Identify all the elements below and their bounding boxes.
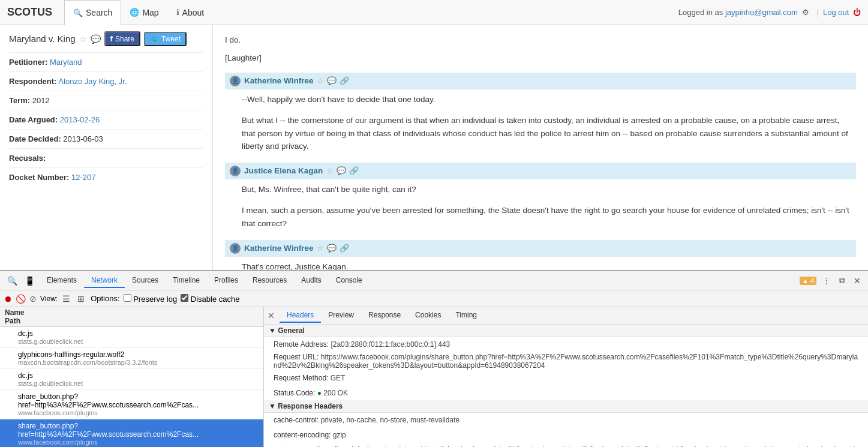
network-item-3-name: dc.js [18,371,259,380]
nav-tab-map-label: Map [142,8,158,17]
network-item-5-path: www.facebook.com/plugins [18,439,259,446]
general-section-title[interactable]: ▼ General [264,325,868,337]
detail-close-row: ✕ Headers Preview Response Cookies Timin… [264,307,868,325]
view-list-button[interactable]: ☰ [60,293,73,305]
content-encoding-row: content-encoding: gzip [264,428,868,442]
petitioner-value[interactable]: Maryland [50,58,82,67]
speaker-name-katherine-1: Katherine Winfree [244,76,313,85]
fb-icon: f [110,34,113,43]
chat-icon[interactable]: 💬 [91,34,101,44]
avatar-katherine-1: 👤 [230,76,241,86]
nav-tab-map[interactable]: 🌐 Map [121,0,167,25]
speech-katherine-1a: --Well, happily we don't have to decide … [225,89,856,111]
dt-tab-timeline[interactable]: Timeline [166,274,207,288]
cache-control-value: private, no-cache, no-store, must-revali… [321,416,459,424]
view-tree-button[interactable]: ⊞ [75,293,87,305]
network-item-1[interactable]: dc.js stats.g.doubleclick.net [0,327,263,348]
network-item-4-wrap: share_button.php?href=http%3A%2F%2Fwww.s… [0,390,263,419]
dt-tab-network[interactable]: Network [84,274,125,288]
speaker-name-katherine-2: Katherine Winfree [244,244,313,253]
tweet-button[interactable]: 🐦 Tweet [144,32,187,46]
chat-icon-speaker-1[interactable]: 💬 [327,76,337,85]
subtab-headers[interactable]: Headers [280,308,321,323]
filter-icon[interactable]: ⊘ [29,294,37,304]
options-label: Options: [91,294,119,303]
record-icon[interactable]: ⏺ [4,294,12,304]
devtools-more-button[interactable]: ⋮ [820,275,833,287]
sidebar: Maryland v. King ☆ 💬 f Share 🐦 Tweet Pet… [0,25,213,270]
disable-cache-checkbox[interactable] [181,294,188,302]
star-icon-katherine-2[interactable]: ☆ [317,244,324,253]
network-detail: ✕ Headers Preview Response Cookies Timin… [264,307,868,447]
star-icon-kagan[interactable]: ☆ [326,166,334,175]
dt-tab-audits[interactable]: Audits [294,274,328,288]
user-email[interactable]: jaypinho@gmail.com [725,8,798,17]
network-item-4[interactable]: share_button.php?href=http%3A%2F%2Fwww.s… [0,390,263,419]
chat-icon-katherine-2[interactable]: 💬 [327,244,337,253]
response-section-title[interactable]: ▼ Response Headers [264,400,868,413]
respondent-label: Respondent: [9,77,56,86]
dt-tab-resources[interactable]: Resources [245,274,294,288]
subtab-preview[interactable]: Preview [321,308,361,323]
clear-icon[interactable]: 🚫 [16,294,26,304]
view-controls: View: ☰ ⊞ [40,293,87,305]
star-icon-speaker-1[interactable]: ☆ [317,76,324,85]
devtools-inspect-button[interactable]: 🔍 [5,275,20,287]
link-icon-speaker-1[interactable]: 🔗 [340,76,349,85]
star-icon[interactable]: ☆ [79,34,87,44]
subtab-timing[interactable]: Timing [448,308,484,323]
nav-tab-search[interactable]: 🔍 Search [64,0,121,25]
case-title: Maryland v. King [9,34,76,44]
dt-tab-sources[interactable]: Sources [125,274,166,288]
detail-close-button[interactable]: ✕ [268,311,275,320]
network-toolbar: ⏺ 🚫 ⊘ View: ☰ ⊞ Options: Preserve log Di… [0,290,868,307]
devtools-device-button[interactable]: 📱 [22,275,37,287]
docket-value[interactable]: 12-207 [71,173,95,182]
network-item-5-name: share_button.php?href=http%3A%2F%2Fwww.s… [18,422,259,439]
speech-katherine-1b: But what I -- the cornerstone of our arg… [225,110,856,158]
link-icon-katherine-2[interactable]: 🔗 [340,244,349,253]
nav-tab-about[interactable]: ℹ About [168,0,214,25]
warning-badge: ▲ 4 [800,277,816,285]
main-area: Maryland v. King ☆ 💬 f Share 🐦 Tweet Pet… [0,25,868,270]
respondent-value[interactable]: Alonzo Jay King, Jr. [58,77,127,86]
subtab-response[interactable]: Response [361,308,408,323]
dt-tab-elements[interactable]: Elements [40,274,84,288]
remote-address-value: [2a03:2880:f012:1:face:b00c:0:1]:443 [331,340,450,349]
request-url-row: Request URL: https://www.facebook.com/pl… [264,352,868,371]
transcript-content: I do. [Laughter] 👤 Katherine Winfree ☆ 💬… [213,25,868,270]
gear-icon[interactable]: ⚙ [802,8,809,17]
date-decided-row: Date Decided: 2013-06-03 [9,129,203,148]
network-item-4-path: www.facebook.com/plugins [18,409,259,416]
petitioner-label: Petitioner: [9,58,47,67]
network-item-3-path: stats.g.doubleclick.net [18,380,259,387]
network-item-3[interactable]: dc.js stats.g.doubleclick.net [0,369,263,390]
disable-cache-label[interactable]: Disable cache [181,294,239,304]
chat-icon-kagan[interactable]: 💬 [337,166,346,175]
network-item-1-wrap: dc.js stats.g.doubleclick.net [0,327,263,348]
network-item-5[interactable]: share_button.php?href=http%3A%2F%2Fwww.s… [0,419,263,447]
preserve-log-checkbox[interactable] [124,294,131,302]
facebook-share-button[interactable]: f Share [104,31,140,46]
dt-tab-profiles[interactable]: Profiles [207,274,245,288]
case-title-row: Maryland v. King ☆ 💬 f Share 🐦 Tweet [9,31,203,46]
speaker-icons-katherine-2: ☆ 💬 🔗 [317,244,349,253]
network-list: NamePath dc.js stats.g.doubleclick.net g… [0,307,264,447]
search-icon: 🔍 [73,8,83,17]
date-argued-value[interactable]: 2013-02-26 [60,115,100,124]
network-item-2[interactable]: glyphicons-halflings-regular.woff2 maxcd… [0,348,263,369]
link-icon-kagan[interactable]: 🔗 [349,166,359,175]
devtools-dock-button[interactable]: ⧉ [837,274,848,287]
subtab-cookies[interactable]: Cookies [408,308,448,323]
dt-tab-console[interactable]: Console [329,274,370,288]
devtools-close-button[interactable]: ✕ [851,275,863,287]
date-argued-label: Date Argued: [9,115,58,124]
preserve-log-label[interactable]: Preserve log [124,294,178,304]
date-decided-label: Date Decided: [9,134,61,143]
network-item-2-wrap: glyphicons-halflings-regular.woff2 maxcd… [0,348,263,369]
plain-text-1: I do. [225,31,856,49]
logout-link[interactable]: Log out [823,8,849,17]
nav-tab-search-label: Search [86,8,112,17]
request-method-value: GET [331,374,346,382]
speaker-row-katherine-1: 👤 Katherine Winfree ☆ 💬 🔗 [225,73,856,89]
